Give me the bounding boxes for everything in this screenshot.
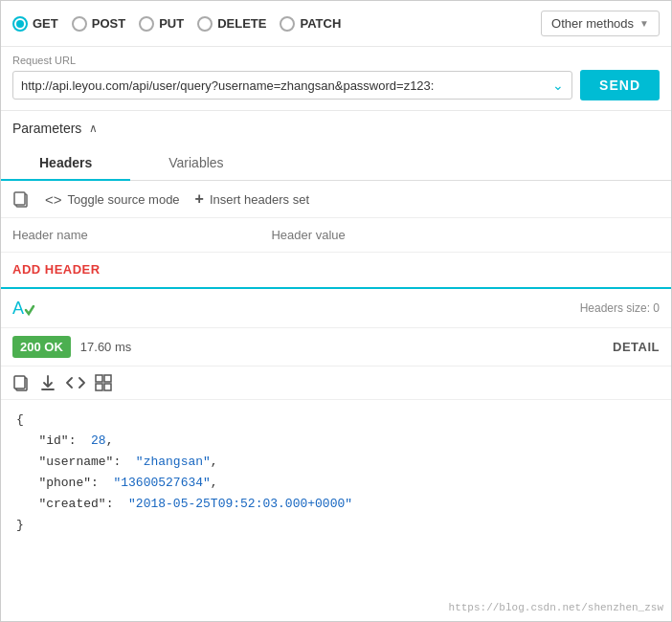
headers-size-label: Headers size: 0	[580, 301, 660, 315]
tab-headers[interactable]: Headers	[1, 145, 130, 180]
json-line-4: "phone": "13600527634",	[16, 473, 656, 494]
radio-post-label: POST	[92, 16, 125, 31]
code-view-icon[interactable]	[66, 374, 85, 391]
json-line-3: "username": "zhangsan",	[16, 452, 656, 473]
json-line-1: {	[16, 410, 656, 431]
radio-patch-circle	[280, 16, 295, 32]
json-output: { "id": 28, "username": "zhangsan", "pho…	[1, 400, 671, 621]
headers-toolbar: <> Toggle source mode + Insert headers s…	[1, 181, 671, 218]
add-header-row: ADD HEADER	[1, 253, 671, 289]
json-line-5: "created": "2018-05-25T09:52:03.000+0000…	[16, 494, 656, 515]
insert-headers-label: Insert headers set	[210, 192, 309, 207]
svg-rect-8	[96, 384, 102, 390]
svg-rect-9	[104, 384, 111, 390]
chevron-down-icon: ▼	[639, 18, 649, 29]
response-bar: 200 OK 17.60 ms DETAIL	[1, 328, 671, 367]
chevron-up-icon[interactable]: ∧	[89, 122, 98, 135]
radio-patch-label: PATCH	[300, 16, 341, 31]
header-name-input[interactable]	[12, 228, 271, 242]
footer-link: https://blog.csdn.net/shenzhen_zsw	[449, 599, 663, 617]
auto-check-icon: A	[12, 297, 39, 320]
response-copy-icon[interactable]	[12, 374, 30, 391]
method-patch[interactable]: PATCH	[280, 16, 341, 32]
app-container: GET POST PUT DELETE PATCH Other methods …	[0, 0, 672, 622]
response-toolbar	[1, 367, 671, 400]
toggle-source-label: Toggle source mode	[68, 192, 180, 207]
radio-get-circle	[12, 16, 28, 32]
grid-view-icon[interactable]	[95, 374, 112, 391]
code-icon: <>	[45, 191, 62, 208]
status-badge: 200 OK	[12, 336, 71, 358]
radio-delete-label: DELETE	[217, 16, 266, 31]
url-input-row: http://api.leyou.com/api/user/query?user…	[12, 70, 660, 100]
download-icon[interactable]	[39, 374, 56, 391]
url-value: http://api.leyou.com/api/user/query?user…	[21, 78, 549, 93]
method-bar: GET POST PUT DELETE PATCH Other methods …	[1, 1, 671, 47]
insert-headers-btn[interactable]: + Insert headers set	[195, 190, 309, 208]
detail-link[interactable]: DETAIL	[613, 340, 660, 354]
plus-icon: +	[195, 190, 204, 208]
toggle-source-btn[interactable]: <> Toggle source mode	[45, 191, 180, 208]
svg-rect-7	[104, 375, 111, 382]
svg-text:A: A	[12, 299, 24, 318]
status-bar: A Headers size: 0	[1, 289, 671, 328]
tabs-bar: Headers Variables	[1, 145, 671, 181]
svg-rect-1	[14, 192, 25, 205]
method-delete[interactable]: DELETE	[197, 16, 266, 32]
url-expand-icon[interactable]: ⌄	[552, 78, 564, 93]
method-get[interactable]: GET	[12, 16, 58, 32]
radio-put-circle	[139, 16, 154, 32]
url-input-wrap[interactable]: http://api.leyou.com/api/user/query?user…	[12, 71, 572, 100]
svg-rect-6	[96, 375, 102, 382]
response-left: 200 OK 17.60 ms	[12, 336, 131, 358]
json-line-6: }	[16, 515, 656, 536]
radio-post-circle	[72, 16, 87, 32]
parameters-row: Parameters ∧	[1, 111, 671, 145]
send-button[interactable]: SEND	[580, 70, 660, 100]
method-post[interactable]: POST	[72, 16, 125, 32]
radio-get-label: GET	[33, 16, 58, 31]
other-methods-dropdown[interactable]: Other methods ▼	[541, 11, 660, 36]
url-label: Request URL	[12, 55, 660, 66]
copy-icon-btn[interactable]	[12, 190, 30, 208]
method-put[interactable]: PUT	[139, 16, 184, 32]
tab-variables[interactable]: Variables	[130, 145, 261, 180]
copy-icon	[12, 190, 30, 208]
method-radio-group: GET POST PUT DELETE PATCH	[12, 16, 526, 32]
json-line-2: "id": 28,	[16, 431, 656, 452]
url-bar: Request URL http://api.leyou.com/api/use…	[1, 47, 671, 111]
spell-check-icon: A	[12, 297, 39, 320]
parameters-label: Parameters	[12, 121, 81, 136]
svg-rect-4	[14, 376, 25, 389]
add-header-button[interactable]: ADD HEADER	[12, 262, 101, 277]
response-time: 17.60 ms	[80, 340, 131, 354]
radio-delete-circle	[197, 16, 213, 32]
other-methods-label: Other methods	[551, 16, 634, 31]
header-fields-row	[1, 218, 671, 253]
header-value-input[interactable]	[271, 228, 660, 242]
radio-put-label: PUT	[159, 16, 184, 31]
